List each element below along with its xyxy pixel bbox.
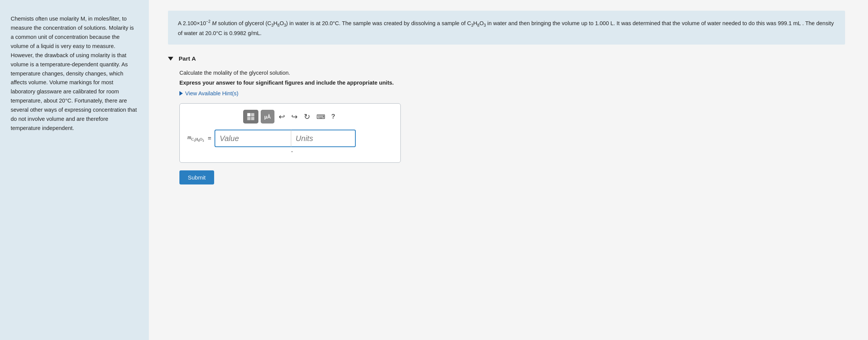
svg-rect-3 (251, 117, 254, 120)
main-content: A 2.100×10−2 M solution of glycerol (C3H… (149, 0, 868, 340)
help-button[interactable]: ? (329, 112, 337, 121)
h-sub: 8 (278, 23, 280, 27)
mu-label: μÅ (264, 114, 271, 120)
problem-statement: A 2.100×10−2 M solution of glycerol (C3H… (168, 11, 845, 45)
instruction-bold-text: Express your answer to four significant … (179, 80, 845, 86)
refresh-icon: ↻ (304, 112, 310, 121)
hint-triangle-icon (179, 91, 183, 96)
formula-subscript: C3H8O3 (191, 137, 204, 141)
c-sub: 3 (271, 23, 274, 27)
part-a-body: Calculate the molality of the glycerol s… (168, 70, 845, 184)
c3-sub: 3 (194, 139, 195, 143)
redo-icon: ↪ (291, 112, 298, 121)
undo-button[interactable]: ↩ (277, 111, 287, 122)
submit-label: Submit (188, 174, 206, 181)
mu-button[interactable]: μÅ (261, 110, 274, 123)
redo-button[interactable]: ↪ (289, 111, 300, 122)
formula-label: mC3H8O3 (187, 135, 204, 143)
collapse-triangle-icon (168, 57, 173, 61)
problem-text: A 2.100×10−2 M solution of glycerol (C3H… (178, 20, 834, 36)
hint-link[interactable]: View Available Hint(s) (179, 90, 845, 96)
instruction-text: Calculate the molality of the glycerol s… (179, 70, 845, 76)
part-a-section: Part A Calculate the molality of the gly… (168, 55, 845, 184)
molarity-symbol: M (212, 20, 216, 26)
exponent: −2 (206, 19, 210, 24)
o-sub: 3 (284, 23, 286, 27)
undo-icon: ↩ (279, 112, 285, 121)
h8-sub: 8 (198, 139, 200, 143)
o-sub2: 3 (484, 23, 486, 27)
hint-label: View Available Hint(s) (185, 90, 239, 96)
keyboard-button[interactable]: ⌨ (315, 112, 327, 121)
toolbar: μÅ ↩ ↪ ↻ ⌨ (187, 110, 393, 123)
part-a-header[interactable]: Part A (168, 55, 845, 62)
o3-sub: 3 (202, 139, 204, 143)
help-icon: ? (331, 113, 335, 120)
keyboard-icon: ⌨ (316, 113, 325, 120)
sidebar: Chemists often use molarity M, in moles/… (0, 0, 149, 340)
dot-indicator: · (191, 148, 393, 155)
submit-button[interactable]: Submit (179, 170, 214, 184)
svg-rect-1 (251, 113, 254, 116)
part-a-label: Part A (179, 55, 196, 62)
value-input[interactable] (215, 130, 291, 147)
sidebar-text: Chemists often use molarity M, in moles/… (11, 14, 138, 133)
matrix-button[interactable] (243, 110, 258, 123)
input-row: mC3H8O3 = (187, 130, 393, 147)
refresh-button[interactable]: ↻ (302, 111, 312, 122)
equals-sign: = (208, 135, 211, 142)
matrix-icon (247, 112, 255, 121)
c-sub2: 3 (471, 23, 473, 27)
svg-rect-0 (247, 113, 250, 116)
answer-box: μÅ ↩ ↪ ↻ ⌨ (179, 103, 401, 163)
h-sub2: 8 (477, 23, 479, 27)
units-input[interactable] (291, 130, 356, 147)
svg-rect-2 (247, 117, 250, 120)
m-symbol: m (187, 135, 191, 140)
